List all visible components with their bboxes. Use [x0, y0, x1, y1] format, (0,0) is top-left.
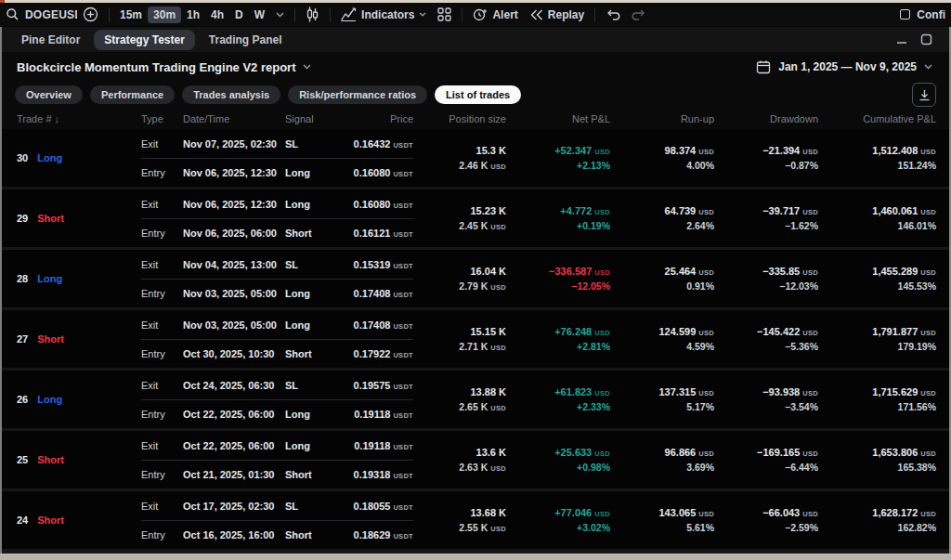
exit-price: 0.16080	[354, 199, 391, 210]
net-pl-cell: +61.823USD +2.33%	[506, 371, 610, 428]
compare-add-icon[interactable]	[77, 5, 104, 25]
chevron-down-icon[interactable]	[270, 5, 290, 25]
report-tab-trades-analysis[interactable]: Trades analysis	[182, 85, 280, 104]
header-position-size[interactable]: Position size	[413, 113, 506, 124]
header-type[interactable]: Type	[141, 113, 183, 124]
entry-signal: Short	[285, 348, 341, 359]
report-tab-risk-performance-ratios[interactable]: Risk/performance ratios	[288, 85, 427, 104]
report-tab-list-of-trades[interactable]: List of trades	[435, 85, 521, 104]
entry-datetime: Nov 06, 2025, 12:30	[183, 167, 285, 178]
window-controls	[896, 33, 940, 46]
header-drawdown[interactable]: Drawdown	[714, 113, 818, 124]
table-row[interactable]: 28 Long Exit Nov 04, 2025, 13:00 SL 0.15…	[2, 250, 949, 307]
table-row[interactable]: 25 Short Exit Oct 22, 2025, 06:00 Long 0…	[2, 431, 949, 488]
trade-number: 28	[17, 273, 28, 284]
header-net-pl[interactable]: Net P&L	[506, 113, 610, 124]
toolbar-divider	[109, 8, 110, 21]
timeframe-1h[interactable]: 1h	[181, 7, 205, 23]
header-trade-number[interactable]: Trade # ↓	[2, 113, 141, 124]
trade-direction: Short	[37, 454, 64, 465]
exit-type: Exit	[141, 138, 183, 150]
table-row[interactable]: 26 Long Exit Oct 24, 2025, 06:30 SL 0.19…	[2, 371, 949, 428]
maximize-icon[interactable]	[920, 33, 932, 46]
drawdown-usd: −21.394	[762, 145, 800, 156]
minimize-icon[interactable]	[896, 34, 907, 46]
netpl-usd: +25.633	[554, 447, 592, 458]
download-icon	[918, 89, 931, 101]
replay-button[interactable]: Replay	[524, 5, 590, 25]
symbol-button[interactable]: DOGEUSDT	[20, 5, 77, 25]
exit-price-unit: USDT	[393, 322, 413, 331]
runup-unit: USD	[698, 329, 714, 337]
report-tab-overview[interactable]: Overview	[15, 85, 83, 104]
table-row[interactable]: 27 Short Exit Nov 03, 2025, 05:00 Long 0…	[2, 310, 949, 368]
position-value: 2.79 K	[459, 280, 488, 292]
entry-datetime: Oct 21, 2025, 01:30	[183, 469, 285, 480]
entry-type: Entry	[141, 348, 183, 359]
exit-type: Exit	[141, 319, 183, 331]
trade-number: 26	[17, 394, 28, 405]
netpl-unit: USD	[594, 208, 610, 216]
run-up-cell: 137.315USD 5.17%	[610, 371, 714, 428]
timeframe-4h[interactable]: 4h	[205, 7, 229, 23]
candlestick-style-icon[interactable]	[300, 5, 325, 25]
entry-price: 0.17408	[354, 288, 391, 299]
netpl-unit: USD	[594, 268, 610, 277]
window-top-edge	[0, 0, 951, 3]
drawdown-cell: −21.394USD −0.87%	[714, 129, 818, 187]
cumulative-unit: USD	[920, 449, 936, 458]
trade-direction: Long	[37, 394, 62, 405]
tab-strategy-tester[interactable]: Strategy Tester	[94, 30, 194, 50]
position-qty: 13.6 K	[476, 447, 506, 458]
drawdown-usd: −169.165	[757, 447, 800, 458]
alert-button[interactable]: Alert	[467, 5, 523, 25]
config-checkbox-icon[interactable]	[900, 9, 910, 20]
position-size-cell: 13.6 K 2.63 KUSD	[413, 431, 506, 488]
netpl-usd: +61.823	[554, 386, 592, 397]
position-value: 2.46 K	[459, 160, 488, 171]
search-icon[interactable]	[6, 7, 20, 21]
timeframe-D[interactable]: D	[229, 7, 249, 23]
layout-grid-icon[interactable]	[432, 5, 457, 25]
drawdown-usd: −39.717	[762, 205, 800, 216]
undo-icon[interactable]	[600, 5, 626, 25]
cumulative-pl-cell: 1,460.061USD 146.01%	[818, 189, 936, 247]
timeframe-15m[interactable]: 15m	[114, 7, 148, 23]
cumulative-pl-cell: 1,628.172USD 162.82%	[818, 491, 936, 549]
timeframe-30m[interactable]: 30m	[148, 7, 181, 23]
runup-pct: 4.59%	[686, 341, 714, 352]
cumulative-pl-cell: 1,715.629USD 171.56%	[818, 371, 936, 428]
export-download-button[interactable]	[912, 83, 936, 107]
exit-price: 0.17408	[354, 319, 391, 331]
toolbar-divider	[462, 8, 462, 21]
table-row[interactable]: 29 Short Exit Nov 06, 2025, 12:30 Long 0…	[2, 189, 949, 247]
header-datetime[interactable]: Date/Time	[183, 113, 285, 124]
position-unit: USD	[490, 223, 506, 231]
date-range-picker[interactable]: Jan 1, 2025 — Nov 9, 2025	[756, 59, 934, 74]
trade-direction: Short	[37, 213, 64, 224]
cumulative-usd: 1,512.408	[872, 145, 918, 156]
header-run-up[interactable]: Run-up	[610, 113, 714, 124]
trade-number: 27	[17, 333, 28, 345]
cumulative-usd: 1,715.629	[872, 386, 918, 397]
runup-usd: 25.464	[665, 266, 697, 277]
entry-datetime: Oct 16, 2025, 16:00	[183, 529, 285, 540]
position-qty: 16.04 K	[470, 266, 506, 277]
redo-icon[interactable]	[626, 5, 652, 25]
header-price[interactable]: Price	[341, 113, 413, 124]
table-row[interactable]: 30 Long Exit Nov 07, 2025, 02:30 SL 0.16…	[2, 129, 949, 187]
report-tab-performance[interactable]: Performance	[90, 85, 175, 104]
report-title-dropdown[interactable]: Blockcircle Momentum Trading Engine V2 r…	[17, 60, 311, 74]
drawdown-cell: −93.938USD −3.54%	[714, 371, 818, 428]
netpl-usd: +76.248	[554, 326, 592, 337]
tab-pine-editor[interactable]: Pine Editor	[11, 30, 90, 50]
indicators-button[interactable]: Indicators	[335, 5, 432, 25]
drawdown-pct: −2.59%	[785, 522, 818, 533]
exit-type: Exit	[141, 199, 183, 210]
tab-trading-panel[interactable]: Trading Panel	[199, 30, 293, 50]
header-cumulative-pl[interactable]: Cumulative P&L	[818, 113, 936, 124]
table-row[interactable]: 24 Short Exit Oct 17, 2025, 02:30 SL 0.1…	[2, 491, 949, 549]
header-signal[interactable]: Signal	[285, 113, 341, 124]
timeframe-W[interactable]: W	[249, 7, 270, 23]
runup-unit: USD	[698, 389, 714, 397]
